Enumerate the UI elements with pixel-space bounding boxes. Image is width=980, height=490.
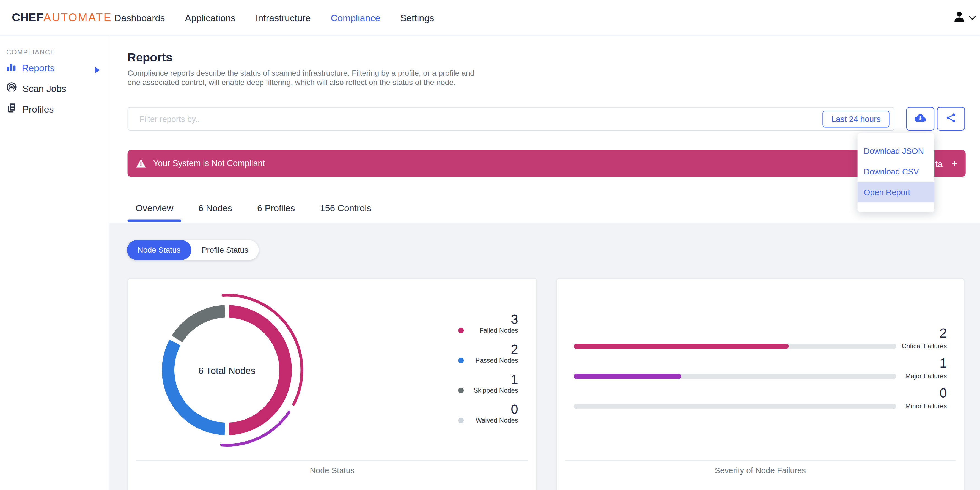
time-range-button[interactable]: Last 24 hours	[822, 111, 889, 127]
bar-value: 2	[940, 326, 947, 340]
legend-item-failed: 3 Failed Nodes	[458, 312, 518, 342]
divider	[565, 460, 956, 461]
node-status-caption: Node Status	[128, 466, 536, 475]
filter-bar: Last 24 hours	[127, 107, 894, 131]
nav-infrastructure[interactable]: Infrastructure	[256, 13, 311, 23]
chef-automate-app: CHEFAUTOMATE Dashboards Applications Inf…	[0, 0, 980, 490]
sidebar: COMPLIANCE Reports Scan Jobs Profiles	[0, 36, 110, 490]
download-menu: Download JSON Download CSV Open Report	[858, 133, 934, 212]
share-button[interactable]	[937, 107, 965, 131]
tab-controls[interactable]: 156 Controls	[312, 193, 380, 223]
nav-dashboards[interactable]: Dashboards	[115, 13, 165, 23]
sidebar-item-label: Scan Jobs	[22, 83, 66, 94]
tab-profiles[interactable]: 6 Profiles	[249, 193, 303, 223]
cloud-download-icon	[914, 113, 927, 125]
page-description-line1: Compliance reports describe the status o…	[127, 69, 474, 78]
severity-card: 2 Critical Failures 1 Major Failures 0 M…	[556, 278, 964, 490]
legend-label: Waived Nodes	[476, 416, 518, 424]
bar-label: Critical Failures	[902, 342, 947, 349]
logo-automate: AUTOMATE	[43, 11, 112, 24]
severity-caption: Severity of Node Failures	[557, 466, 964, 475]
legend-value: 2	[458, 342, 518, 356]
banner-message: Your System is Not Compliant	[153, 159, 265, 168]
minor-failures-row: 0 Minor Failures	[574, 391, 947, 421]
sidebar-item-label: Reports	[22, 62, 55, 73]
user-icon	[953, 10, 966, 26]
legend-value: 0	[458, 402, 518, 416]
filter-input[interactable]	[128, 108, 803, 130]
sidebar-item-profiles[interactable]: Profiles	[6, 101, 109, 117]
bar-chart-icon	[6, 62, 16, 73]
warning-icon	[135, 159, 146, 168]
skipped-dot-icon	[458, 388, 464, 393]
waived-dot-icon	[458, 418, 464, 423]
documents-icon	[6, 103, 17, 115]
bar-value: 0	[940, 386, 947, 400]
bar-track	[574, 374, 896, 379]
node-status-card: 6 Total Nodes 3 Failed Nodes 2 Passed No…	[127, 278, 537, 490]
divider	[136, 460, 528, 461]
bar-track	[574, 344, 896, 349]
toggle-node-status[interactable]: Node Status	[127, 240, 191, 260]
major-failures-row: 1 Major Failures	[574, 361, 947, 391]
banner-partial-text: ta	[935, 159, 943, 169]
user-menu[interactable]	[953, 0, 976, 36]
sidebar-item-reports[interactable]: Reports	[6, 59, 109, 76]
banner-right-group: ta +	[935, 157, 958, 169]
tab-nodes[interactable]: 6 Nodes	[190, 193, 240, 223]
plus-icon[interactable]: +	[951, 157, 958, 169]
legend-label: Skipped Nodes	[474, 386, 518, 394]
logo-chef: CHEF	[12, 11, 43, 24]
legend-value: 3	[458, 312, 518, 326]
sidebar-item-scan-jobs[interactable]: Scan Jobs	[6, 80, 109, 96]
bar-label: Major Failures	[905, 372, 947, 379]
legend-item-skipped: 1 Skipped Nodes	[458, 372, 518, 402]
bar-label: Minor Failures	[905, 402, 947, 409]
nav-compliance[interactable]: Compliance	[331, 13, 380, 23]
menu-item-download-csv[interactable]: Download CSV	[858, 161, 934, 182]
nav-applications[interactable]: Applications	[185, 13, 235, 23]
status-toggle: Node Status Profile Status	[127, 240, 259, 260]
arrow-right-icon	[95, 64, 100, 75]
page-description-line2: one associated control, will enable deep…	[127, 78, 474, 87]
tab-overview[interactable]: Overview	[127, 193, 181, 223]
sidebar-item-label: Profiles	[22, 103, 54, 114]
top-nav-bar: CHEFAUTOMATE Dashboards Applications Inf…	[0, 0, 980, 36]
donut-center-label: 6 Total Nodes	[140, 283, 314, 458]
share-icon	[946, 112, 956, 126]
page-description: Compliance reports describe the status o…	[127, 69, 474, 87]
critical-bar-fill	[574, 344, 789, 349]
node-status-legend: 3 Failed Nodes 2 Passed Nodes 1 Skipped …	[458, 312, 518, 432]
menu-item-download-json[interactable]: Download JSON	[858, 141, 934, 161]
toggle-profile-status[interactable]: Profile Status	[191, 240, 259, 260]
node-status-donut-chart: 6 Total Nodes	[140, 283, 314, 458]
main-content: Reports Compliance reports describe the …	[110, 36, 980, 490]
app-logo[interactable]: CHEFAUTOMATE	[12, 0, 112, 36]
legend-item-waived: 0 Waived Nodes	[458, 402, 518, 432]
legend-value: 1	[458, 372, 518, 386]
sidebar-section-label: COMPLIANCE	[6, 48, 55, 56]
chevron-down-icon	[969, 12, 976, 23]
compliance-banner: Your System is Not Compliant ta +	[127, 150, 966, 177]
legend-item-passed: 2 Passed Nodes	[458, 342, 518, 372]
primary-nav: Dashboards Applications Infrastructure C…	[115, 0, 434, 36]
passed-dot-icon	[458, 358, 464, 363]
failed-dot-icon	[458, 328, 464, 333]
radar-icon	[6, 82, 17, 94]
menu-item-open-report[interactable]: Open Report	[858, 182, 934, 202]
page-title: Reports	[127, 51, 172, 64]
legend-label: Failed Nodes	[479, 326, 518, 334]
critical-failures-row: 2 Critical Failures	[574, 331, 947, 361]
report-tabs: Overview 6 Nodes 6 Profiles 156 Controls	[127, 193, 380, 223]
legend-label: Passed Nodes	[476, 356, 518, 364]
bar-value: 1	[940, 356, 947, 370]
nav-settings[interactable]: Settings	[400, 13, 434, 23]
bar-track	[574, 404, 896, 409]
download-button[interactable]	[906, 107, 934, 131]
major-bar-fill	[574, 374, 681, 379]
